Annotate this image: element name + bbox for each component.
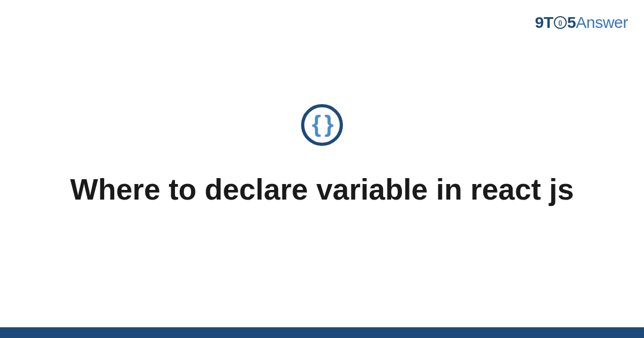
logo-t: T (544, 13, 553, 31)
logo-answer: Answer (576, 13, 628, 31)
logo-nine: 9 (535, 13, 544, 31)
page-title: Where to declare variable in react js (70, 172, 574, 207)
topic-badge: { } (301, 104, 343, 146)
clock-icon-wrap: () (553, 16, 567, 29)
logo-five: 5 (567, 13, 576, 31)
footer-bar (0, 327, 644, 338)
main-content: { } Where to declare variable in react j… (0, 0, 644, 338)
site-logo: 9T()5Answer (535, 13, 628, 32)
braces-icon: { } (312, 112, 332, 136)
clock-icon: () (554, 16, 567, 29)
